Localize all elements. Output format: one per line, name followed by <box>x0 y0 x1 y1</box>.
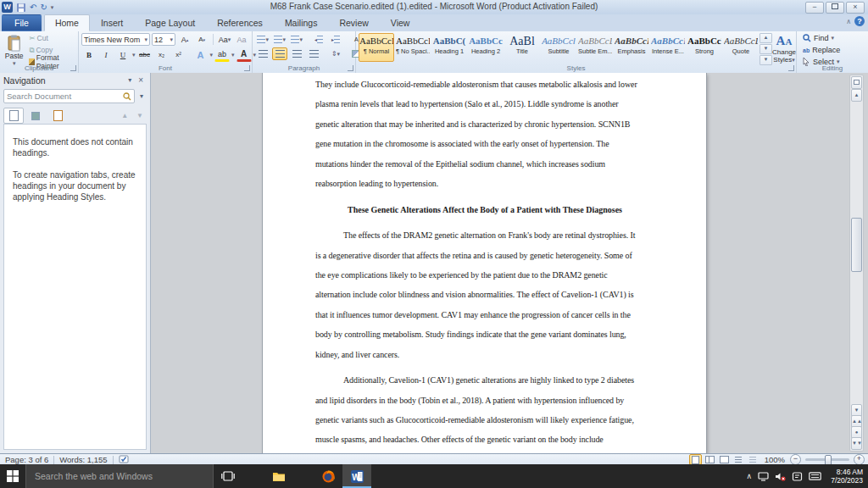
close-button[interactable]: × <box>846 2 865 14</box>
align-left-button[interactable] <box>255 47 270 60</box>
document-text-line: kidney, and liver cancers. <box>315 345 654 364</box>
style-item-normal[interactable]: AaBbCcDc¶ Normal <box>359 33 394 62</box>
multilevel-list-button[interactable]: ▾ <box>289 33 304 46</box>
restore-button[interactable] <box>826 2 844 14</box>
zoom-level[interactable]: 100% <box>761 455 788 464</box>
next-result-icon[interactable]: ▼ <box>133 112 147 119</box>
document-page[interactable]: They include Glucocorticoid-remediable a… <box>263 73 706 453</box>
style-item-heading-2[interactable]: AaBbCcHeading 2 <box>468 33 504 62</box>
bullets-button[interactable]: ▾ <box>255 33 270 46</box>
text-effects-button[interactable]: A <box>193 48 209 61</box>
style-preview: AaBbCcl <box>542 35 576 47</box>
grow-font-button[interactable]: A▴ <box>177 33 192 46</box>
notifications-icon[interactable] <box>792 472 803 481</box>
cut-button[interactable]: ✂Cut <box>27 33 75 43</box>
taskbar-clock[interactable]: 8:46 AM 7/20/2023 <box>827 468 863 485</box>
hidden-icons-chevron[interactable]: ∧ <box>747 472 753 480</box>
tab-references[interactable]: References <box>206 14 274 31</box>
scroll-up-icon[interactable]: ▲ <box>851 89 862 102</box>
shrink-font-button[interactable]: A▾ <box>194 33 209 46</box>
firefox-button[interactable] <box>314 464 342 488</box>
paragraph-dialog-launcher[interactable] <box>348 65 353 71</box>
superscript-button[interactable]: x² <box>171 48 186 61</box>
document-text-line: that it influences tumor development. CA… <box>315 305 654 324</box>
style-item-quote[interactable]: AaBbCcDiQuote <box>723 33 759 62</box>
style-item-intense-e[interactable]: AaBbCcDiIntense E... <box>650 33 686 62</box>
touch-keyboard-icon[interactable] <box>809 472 821 480</box>
change-styles-button[interactable]: AA Change Styles▾ <box>772 33 796 64</box>
browse-headings-tab[interactable] <box>3 108 24 124</box>
navigation-empty-message: This document does not contain headings.… <box>3 124 147 450</box>
search-options-icon[interactable]: ▾ <box>136 92 147 100</box>
minimize-ribbon-icon[interactable]: ∧ <box>846 18 851 25</box>
align-right-button[interactable] <box>289 47 304 60</box>
underline-button[interactable]: U <box>115 48 131 61</box>
decrease-indent-button[interactable]: ◂ <box>311 33 326 46</box>
task-view-button[interactable] <box>214 464 242 488</box>
styles-group: AaBbCcDc¶ NormalAaBbCcDc¶ No Spaci...AaB… <box>356 31 797 73</box>
style-item-no-spaci[interactable]: AaBbCcDc¶ No Spaci... <box>395 33 431 62</box>
font-family-select[interactable]: Times New Rom▾ <box>81 33 150 46</box>
find-button[interactable]: Find▾ <box>803 33 865 43</box>
style-item-heading-1[interactable]: AaBbC(Heading 1 <box>431 33 467 62</box>
start-button[interactable] <box>0 464 25 488</box>
font-size-select[interactable]: 12▾ <box>152 33 175 46</box>
minimize-button[interactable]: − <box>805 2 824 14</box>
style-item-subtitle[interactable]: AaBbCclSubtitle <box>541 33 576 62</box>
replace-button[interactable]: ab Replace <box>803 45 865 55</box>
navigation-pane-close-icon[interactable]: × <box>135 75 147 85</box>
vertical-scrollbar[interactable]: ▲ ▼ ▲▲ ● ▼▼ <box>849 75 864 452</box>
tab-review[interactable]: Review <box>328 14 379 31</box>
style-item-subtle-em[interactable]: AaBbCcDiSubtle Em... <box>577 33 613 62</box>
help-icon[interactable]: ? <box>854 16 865 26</box>
subscript-button[interactable]: x₂ <box>154 48 170 61</box>
text-highlight-button[interactable]: ab <box>214 47 230 62</box>
file-explorer-button[interactable] <box>264 464 293 488</box>
gallery-scroll-down-icon[interactable]: ▼ <box>760 44 772 54</box>
style-item-emphasis[interactable]: AaBbCcDiEmphasis <box>614 33 649 62</box>
zoom-slider[interactable] <box>805 458 849 461</box>
taskbar-search-input[interactable]: Search the web and Windows <box>25 464 214 488</box>
network-icon[interactable] <box>758 472 769 481</box>
font-color-button[interactable]: A <box>236 47 252 62</box>
scrollbar-thumb[interactable] <box>851 218 862 272</box>
proofing-status-icon[interactable] <box>114 455 134 464</box>
ribbon: Paste▾ ✂Cut ⧉Copy Format Painter Clipboa… <box>0 31 868 74</box>
ruler-toggle-button[interactable] <box>851 76 862 89</box>
gallery-scroll-up-icon[interactable]: ▲ <box>760 33 772 43</box>
next-page-button[interactable]: ▼▼ <box>851 437 862 450</box>
previous-result-icon[interactable]: ▲ <box>118 112 131 119</box>
increase-indent-button[interactable]: ▸ <box>328 33 343 46</box>
document-area: They include Glucocorticoid-remediable a… <box>151 73 868 453</box>
change-case-button[interactable]: Aa▾ <box>217 33 232 46</box>
paste-button[interactable]: Paste▾ <box>3 33 25 67</box>
tab-mailings[interactable]: Mailings <box>274 14 329 31</box>
italic-button[interactable]: I <box>98 48 114 61</box>
browse-results-tab[interactable] <box>47 108 68 124</box>
tab-view[interactable]: View <box>380 14 421 31</box>
numbering-button[interactable]: ▾ <box>272 33 287 46</box>
clipboard-dialog-launcher[interactable] <box>70 65 76 71</box>
navigation-search-input[interactable]: Search Document <box>3 89 135 103</box>
word-count[interactable]: Words: 1,155 <box>54 455 112 464</box>
tab-insert[interactable]: Insert <box>90 14 134 31</box>
tab-page-layout[interactable]: Page Layout <box>134 14 206 31</box>
style-item-strong[interactable]: AaBbCcDcStrong <box>687 33 722 62</box>
strikethrough-button[interactable]: abc <box>137 48 153 61</box>
browse-pages-tab[interactable] <box>25 108 46 124</box>
bold-button[interactable]: B <box>81 48 97 61</box>
document-text-line: is a degenerative disorder that affects … <box>315 246 654 265</box>
volume-muted-icon[interactable] <box>775 472 786 481</box>
styles-dialog-launcher[interactable] <box>788 65 794 71</box>
tab-home[interactable]: Home <box>44 14 90 31</box>
align-center-button[interactable] <box>272 47 287 60</box>
style-item-title[interactable]: AaBlTitle <box>504 33 540 62</box>
line-spacing-button[interactable]: ⇕▾ <box>328 47 343 60</box>
font-dialog-launcher[interactable] <box>244 65 250 71</box>
page-indicator[interactable]: Page: 3 of 6 <box>0 455 53 464</box>
justify-button[interactable] <box>306 47 321 60</box>
clear-formatting-button[interactable]: Aa <box>234 33 249 46</box>
tab-file[interactable]: File <box>2 14 42 31</box>
navigation-pane-menu-icon[interactable]: ▾ <box>125 76 135 84</box>
word-taskbar-button[interactable]: W <box>342 464 371 488</box>
